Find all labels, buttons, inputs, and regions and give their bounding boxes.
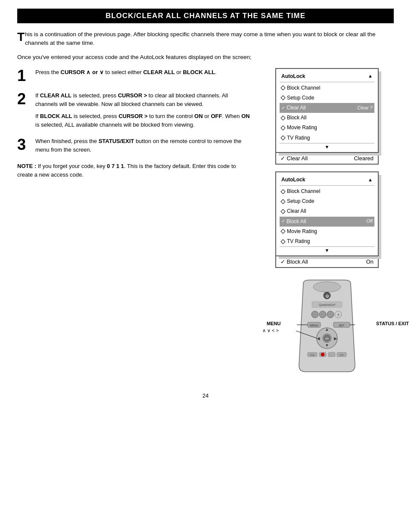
intro-text: his is a continuation of the previous pa… bbox=[25, 30, 394, 48]
screen1-row-tv-rating: TV Rating bbox=[280, 133, 374, 143]
svg-text:VOL: VOL bbox=[310, 354, 314, 356]
step-2-content: If CLEAR ALL is selected, press CURSOR >… bbox=[35, 91, 250, 130]
svg-text:⏸: ⏸ bbox=[337, 313, 340, 316]
svg-point-6 bbox=[319, 311, 326, 318]
step-3-content: When finished, press the STATUS/EXIT but… bbox=[35, 137, 250, 154]
svg-point-7 bbox=[327, 311, 334, 318]
diamond-icon bbox=[280, 239, 285, 244]
svg-text:CH: CH bbox=[340, 354, 343, 356]
svg-text:⏻: ⏻ bbox=[325, 294, 329, 298]
screen2-row-block-all: ✓ Block All Off bbox=[280, 217, 374, 227]
left-column: 1 Press the CURSOR ∧ or ∨ to select eith… bbox=[17, 68, 250, 180]
step-3-para-1: When finished, press the STATUS/EXIT but… bbox=[35, 137, 250, 154]
step-2-para-2: If BLOCK ALL is selected, press CURSOR >… bbox=[35, 112, 250, 129]
screen2-row-clear-all: Clear All bbox=[280, 206, 374, 216]
screen2-header: AutoLock ▲ bbox=[280, 175, 374, 186]
status-bar-1-value: Cleared bbox=[354, 155, 374, 162]
step-1-para-1: Press the CURSOR ∧ or ∨ to select either… bbox=[35, 68, 217, 77]
intro-paragraph: T his is a continuation of the previous … bbox=[17, 30, 394, 48]
shadow-right-2 bbox=[379, 175, 381, 259]
svg-rect-26 bbox=[328, 352, 335, 357]
screen-mockup-1: AutoLock ▲ Block Channel Setup Code bbox=[275, 68, 379, 153]
diamond-icon bbox=[280, 125, 285, 130]
screen1-row-clear-all-label: Clear All bbox=[286, 104, 358, 112]
screen1-row-setup-code: Setup Code bbox=[280, 93, 374, 103]
screen1-header-label: AutoLock bbox=[281, 72, 368, 81]
drop-cap: T bbox=[17, 31, 25, 43]
screen2-row-block-channel-label: Block Channel bbox=[287, 187, 373, 196]
step-2: 2 If CLEAR ALL is selected, press CURSOR… bbox=[17, 91, 250, 130]
screen-area-2: AutoLock ▲ Block Channel Setup Code bbox=[260, 171, 394, 275]
screen2-row-block-all-value: Off bbox=[367, 218, 373, 225]
step-number-2: 2 bbox=[17, 91, 29, 130]
screen1-row-block-all-label: Block All bbox=[287, 114, 373, 122]
screen2-scroll-down: ▼ bbox=[280, 246, 374, 254]
step-1-content: Press the CURSOR ∧ or ∨ to select either… bbox=[35, 68, 217, 84]
page-title: BLOCK/CLEAR ALL CHANNELS AT THE SAME TIM… bbox=[17, 9, 394, 23]
svg-text:◀: ◀ bbox=[317, 336, 320, 341]
screen2-row-movie-rating-label: Movie Rating bbox=[287, 227, 373, 236]
screen2-row-tv-rating-label: TV Rating bbox=[287, 237, 373, 246]
screen1-row-movie-rating-label: Movie Rating bbox=[287, 124, 373, 132]
screen1-row-block-channel: Block Channel bbox=[280, 83, 374, 93]
diamond-icon bbox=[280, 96, 285, 100]
screen2-row-block-channel: Block Channel bbox=[280, 187, 374, 196]
screen1-row-tv-rating-label: TV Rating bbox=[287, 134, 373, 142]
screen2-header-arrow: ▲ bbox=[368, 176, 373, 184]
screen2-row-clear-all-label: Clear All bbox=[287, 207, 373, 215]
screen1-row-movie-rating: Movie Rating bbox=[280, 123, 374, 133]
step-2-para-1: If CLEAR ALL is selected, press CURSOR >… bbox=[35, 91, 250, 109]
diamond-icon bbox=[280, 86, 285, 90]
svg-point-5 bbox=[311, 311, 318, 318]
svg-text:OK: OK bbox=[325, 337, 329, 340]
screen1-header: AutoLock ▲ bbox=[280, 72, 374, 82]
screen1-row-block-channel-label: Block Channel bbox=[287, 84, 373, 92]
svg-text:MENU: MENU bbox=[310, 324, 319, 327]
screen2-row-block-all-label: Block All bbox=[286, 218, 367, 226]
checkmark-icon: ✓ bbox=[281, 218, 285, 225]
diamond-icon bbox=[280, 136, 285, 140]
screen1-row-setup-code-label: Setup Code bbox=[287, 94, 373, 102]
diamond-icon bbox=[280, 189, 285, 194]
diamond-icon bbox=[280, 209, 285, 214]
status-exit-label: STATUS / EXIT bbox=[376, 321, 409, 326]
shadow-bottom-1 bbox=[279, 153, 381, 156]
screen1-scroll-down: ▼ bbox=[280, 143, 374, 150]
diamond-icon bbox=[280, 229, 285, 234]
once-text: Once you've entered your access code and… bbox=[17, 54, 394, 60]
remote-svg-wrap: ⏻ QuadriaSurf ⏸ MENU SET bbox=[280, 279, 374, 380]
screen2-row-setup-code-label: Setup Code bbox=[287, 197, 373, 205]
screen1-row-block-all: Block All bbox=[280, 113, 374, 123]
screen2-header-label: AutoLock bbox=[281, 176, 368, 184]
nav-label: ∧ ∨ < > bbox=[262, 328, 279, 333]
screen2-row-setup-code: Setup Code bbox=[280, 196, 374, 206]
svg-text:QuadriaSurf: QuadriaSurf bbox=[319, 303, 335, 307]
step-1: 1 Press the CURSOR ∧ or ∨ to select eith… bbox=[17, 68, 250, 84]
shadow-right-1 bbox=[379, 72, 381, 156]
status-bar-2-value: On bbox=[366, 258, 374, 265]
main-content: 1 Press the CURSOR ∧ or ∨ to select eith… bbox=[17, 68, 394, 380]
step-number-3: 3 bbox=[17, 137, 29, 154]
screen2-row-movie-rating: Movie Rating bbox=[280, 227, 374, 236]
right-column: AutoLock ▲ Block Channel Setup Code bbox=[260, 68, 394, 380]
checkmark-icon: ✓ bbox=[281, 104, 285, 112]
diamond-icon bbox=[280, 199, 285, 204]
remote-container: ⏻ QuadriaSurf ⏸ MENU SET bbox=[260, 279, 394, 380]
note-section: NOTE : If you forget your code, key 0 7 … bbox=[17, 162, 250, 179]
shadow-bottom-2 bbox=[279, 256, 381, 259]
svg-point-0 bbox=[313, 282, 341, 292]
screen1-row-clear-all-value: Clear ? bbox=[358, 104, 373, 112]
remote-svg: ⏻ QuadriaSurf ⏸ MENU SET bbox=[280, 279, 374, 378]
svg-text:▶: ▶ bbox=[334, 336, 337, 341]
screen-mockup-2: AutoLock ▲ Block Channel Setup Code bbox=[275, 171, 379, 256]
screen-area-1: AutoLock ▲ Block Channel Setup Code bbox=[260, 68, 394, 171]
step-3: 3 When finished, press the STATUS/EXIT b… bbox=[17, 137, 250, 154]
svg-text:▼: ▼ bbox=[325, 343, 329, 348]
svg-point-25 bbox=[321, 353, 324, 356]
step-number-1: 1 bbox=[17, 68, 29, 84]
page-number: 24 bbox=[17, 392, 394, 399]
svg-text:▲: ▲ bbox=[325, 327, 329, 332]
screen2-row-tv-rating: TV Rating bbox=[280, 236, 374, 246]
screen1-row-clear-all: ✓ Clear All Clear ? bbox=[280, 103, 374, 113]
status-bar-1-label: ✓ Clear All bbox=[280, 155, 354, 162]
